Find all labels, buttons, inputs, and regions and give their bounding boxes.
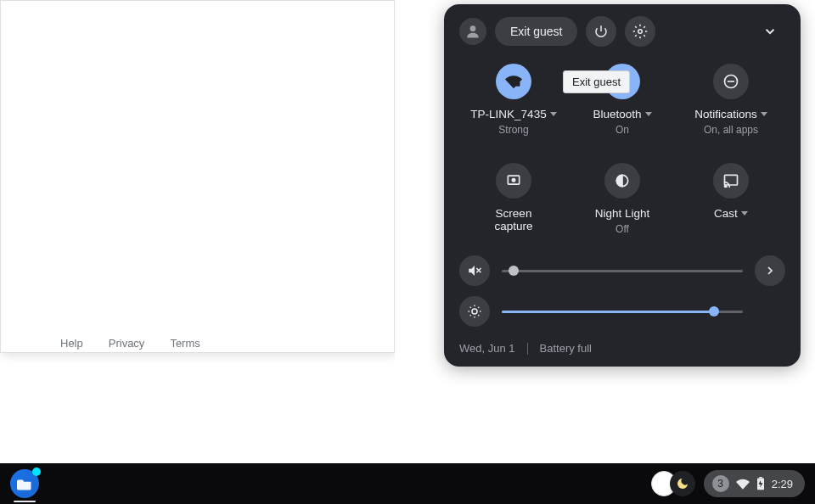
wifi-icon [496,64,531,99]
chevron-down-icon [550,112,557,116]
status-tray[interactable]: 3 2:29 [704,470,805,497]
svg-point-12 [472,309,477,314]
browser-footer-links: Help Privacy Terms [60,330,200,352]
svg-rect-8 [725,175,738,185]
notifications-tile[interactable]: Notifications On, all apps [677,64,785,136]
notification-count-badge: 3 [712,475,729,492]
files-app-icon[interactable] [10,469,39,498]
help-link[interactable]: Help [60,337,83,350]
do-not-disturb-icon [713,64,749,99]
brightness-slider[interactable] [502,311,743,313]
wifi-status-icon [736,478,750,490]
terms-link[interactable]: Terms [170,337,200,350]
cast-tile[interactable]: Cast [677,163,785,235]
clock-label: 2:29 [772,478,793,490]
audio-settings-button[interactable] [755,255,785,286]
chevron-down-icon [741,211,748,216]
volume-slider[interactable] [502,270,743,272]
volume-muted-icon[interactable] [459,255,490,286]
date-label: Wed, Jun 1 [459,342,515,355]
power-button[interactable] [586,16,616,47]
guest-avatar-icon [459,18,486,45]
svg-point-6 [512,179,514,182]
user-avatars[interactable] [651,471,695,496]
night-light-icon [604,163,640,199]
shelf: 3 2:29 [0,463,815,504]
collapse-button[interactable] [755,16,785,47]
battery-label: Battery full [540,342,592,355]
svg-rect-2 [515,82,520,87]
browser-window: Help Privacy Terms [0,0,395,353]
chevron-down-icon [761,112,767,116]
screen-capture-tile[interactable]: Screen capture [459,163,568,235]
brightness-slider-row [459,296,785,327]
svg-point-0 [470,25,476,31]
privacy-link[interactable]: Privacy [109,337,145,350]
svg-point-1 [638,30,643,34]
screen-capture-icon [496,163,531,199]
divider [527,343,528,355]
wifi-tile[interactable]: TP-LINK_7435 Strong [459,64,568,136]
svg-rect-14 [759,477,762,479]
chevron-down-icon [645,112,652,116]
quick-settings-panel: Exit guest Exit guest TP-LINK_7435 Stron… [444,4,801,367]
exit-guest-button[interactable]: Exit guest [495,17,577,46]
night-light-tile[interactable]: Night Light Off [568,163,677,235]
svg-point-9 [725,186,727,188]
settings-button[interactable] [625,16,655,47]
cast-icon [713,163,749,199]
battery-status-icon [756,477,765,490]
brightness-icon[interactable] [459,296,490,327]
avatar-2-moon-icon [670,471,695,496]
exit-guest-tooltip: Exit guest [563,70,630,93]
volume-slider-row [459,255,785,286]
